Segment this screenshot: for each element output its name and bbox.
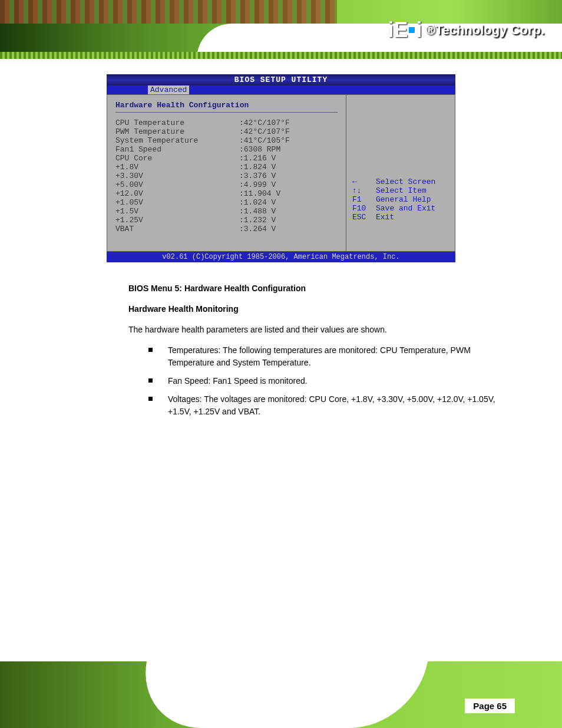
bios-label: +1.25V	[115, 216, 239, 225]
bios-help-key: ←	[352, 177, 376, 186]
bios-value: :1.024 V	[239, 198, 276, 207]
bios-help-action: Select Screen	[376, 177, 435, 186]
bios-value: :6308 RPM	[239, 145, 280, 154]
bios-value: :1.488 V	[239, 207, 276, 216]
bullet-item: Fan Speed: Fan1 Speed is monitored.	[148, 375, 503, 387]
page-header-band: i E i ®Technology Corp.	[0, 0, 562, 59]
bios-title-bar: BIOS SETUP UTILITY	[107, 74, 455, 85]
bios-body: Hardware Health Configuration CPU Temper…	[107, 94, 455, 252]
square-bullet-icon	[148, 378, 153, 383]
bios-help-key: ESC	[352, 213, 376, 222]
bios-value: :1.216 V	[239, 154, 276, 163]
figure-caption: BIOS Menu 5: Hardware Health Configurati…	[128, 282, 503, 295]
bios-label: +1.05V	[115, 198, 239, 207]
bios-row: +5.00V:4.999 V	[115, 180, 338, 189]
bios-row: +1.05V:1.024 V	[115, 198, 338, 207]
bios-row: System Temperature:41°C/105°F	[115, 136, 338, 145]
bios-value: :1.232 V	[239, 216, 276, 225]
document-body: BIOS Menu 5: Hardware Health Configurati…	[0, 262, 562, 418]
bios-help-row: F1General Help	[352, 195, 435, 204]
bullet-item: Temperatures: The following temperatures…	[148, 344, 503, 369]
bios-help-row: F10Save and Exit	[352, 204, 435, 213]
bios-row: +3.30V:3.376 V	[115, 172, 338, 180]
bios-help-action: Select Item	[376, 186, 427, 195]
bios-row: +12.0V:11.904 V	[115, 189, 338, 198]
logo-text-i2: i	[416, 18, 422, 42]
bios-value: :41°C/105°F	[239, 136, 290, 145]
bios-value: :3.376 V	[239, 172, 276, 180]
logo-tagline: ®Technology Corp.	[425, 22, 544, 38]
bios-label: +12.0V	[115, 189, 239, 198]
bios-help-key: F1	[352, 195, 376, 204]
bios-label: VBAT	[115, 225, 239, 233]
logo-area: i E i ®Technology Corp.	[388, 18, 544, 42]
page-number: Page 65	[465, 699, 515, 713]
bullet-text: Temperatures: The following temperatures…	[168, 344, 503, 369]
bios-value: :1.824 V	[239, 163, 276, 172]
bios-label: CPU Temperature	[115, 118, 239, 127]
bios-help-action: Exit	[376, 213, 394, 222]
page-footer-band	[0, 661, 562, 728]
bios-row: Fan1 Speed:6308 RPM	[115, 145, 338, 154]
bios-help-action: General Help	[376, 195, 431, 204]
bios-label: +1.5V	[115, 207, 239, 216]
bios-row: VBAT:3.264 V	[115, 225, 338, 233]
square-bullet-icon	[148, 397, 153, 401]
bios-label: CPU Core	[115, 154, 239, 163]
bullet-text: Voltages: The voltages are monitored: CP…	[168, 393, 503, 418]
bios-help-key: F10	[352, 204, 376, 213]
bios-tab-bar: Advanced	[107, 85, 455, 94]
logo-dot-icon	[409, 27, 415, 33]
bios-value: :11.904 V	[239, 189, 280, 198]
bios-label: PWM Temperature	[115, 127, 239, 136]
bios-value: :42°C/107°F	[239, 118, 290, 127]
bios-tab-advanced: Advanced	[148, 85, 189, 94]
bios-row: +1.5V:1.488 V	[115, 207, 338, 216]
bios-row: PWM Temperature:42°C/107°F	[115, 127, 338, 136]
bios-row: +1.8V:1.824 V	[115, 163, 338, 172]
bios-row: CPU Temperature:42°C/107°F	[115, 118, 338, 127]
paragraph: The hardware health parameters are liste…	[128, 324, 503, 336]
bios-label: +1.8V	[115, 163, 239, 172]
bios-label: System Temperature	[115, 136, 239, 145]
bios-value: :42°C/107°F	[239, 127, 290, 136]
bios-help-row: ←Select Screen	[352, 177, 435, 186]
bios-label: +5.00V	[115, 180, 239, 189]
bios-help-key: ↑↓	[352, 186, 376, 195]
decorative-stripe	[0, 52, 562, 59]
logo-text-i: i	[388, 18, 394, 42]
bullet-text: Fan Speed: Fan1 Speed is monitored.	[168, 375, 503, 387]
bios-row: +1.25V:1.232 V	[115, 216, 338, 225]
bios-screenshot: BIOS SETUP UTILITY Advanced Hardware Hea…	[107, 74, 455, 262]
logo-text-e: E	[394, 18, 408, 42]
bios-value: :3.264 V	[239, 225, 276, 233]
subheading: Hardware Health Monitoring	[128, 303, 503, 315]
bios-value: :4.999 V	[239, 180, 276, 189]
bios-footer-bar: v02.61 (C)Copyright 1985-2006, American …	[107, 252, 455, 262]
bios-help-list: ←Select Screen ↑↓Select Item F1General H…	[352, 177, 435, 222]
bios-row: CPU Core:1.216 V	[115, 154, 338, 163]
bios-left-panel: Hardware Health Configuration CPU Temper…	[107, 94, 346, 252]
bios-label: +3.30V	[115, 172, 239, 180]
bios-right-panel: ←Select Screen ↑↓Select Item F1General H…	[346, 94, 455, 252]
bios-help-row: ESCExit	[352, 213, 435, 222]
bios-help-action: Save and Exit	[376, 204, 435, 213]
bios-help-row: ↑↓Select Item	[352, 186, 435, 195]
bullet-item: Voltages: The voltages are monitored: CP…	[148, 393, 503, 418]
logo-mark: i E i	[388, 18, 422, 42]
square-bullet-icon	[148, 348, 153, 352]
bios-section-heading: Hardware Health Configuration	[115, 101, 338, 113]
bios-label: Fan1 Speed	[115, 145, 239, 154]
